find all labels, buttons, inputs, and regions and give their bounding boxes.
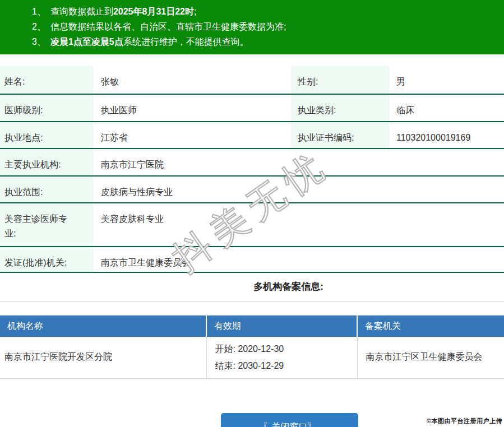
multi-institution-section-title: 多机构备案信息:	[36, 280, 504, 294]
notice-line-3: 3、凌晨1点至凌晨5点系统进行维护，不能提供查询。	[32, 34, 498, 49]
notice-line-bold: 凌晨1点至凌晨5点	[50, 37, 123, 47]
notice-line-text: 系统进行维护，不能提供查询。	[123, 37, 249, 47]
notice-line-number: 3、	[32, 37, 46, 47]
start-label: 开始:	[215, 344, 235, 354]
start-date: 2020-12-30	[238, 344, 284, 354]
field-value-name: 张敏	[93, 66, 291, 94]
field-value-main-institution: 南京市江宁医院	[93, 148, 504, 176]
multi-institution-record-table: 机构名称 有效期 备案机关 南京市江宁医院开发区分院 开始: 2020-12-3…	[0, 315, 504, 379]
notice-line-text: 信息数据结果以各省、自治区、直辖市卫生健康委数据为准;	[50, 22, 286, 31]
field-label-practice-place: 执业地点:	[0, 122, 93, 148]
field-value-practice-place: 江苏省	[93, 122, 291, 148]
field-value-certificate-number: 110320100019169	[389, 122, 504, 148]
field-value-practice-category: 临床	[389, 94, 504, 122]
table-row: 执业地点: 江苏省 执业证书编码: 110320100019169	[0, 122, 504, 148]
copyright-note: ©本图由平台注册用户上传	[427, 417, 502, 425]
notice-line-2: 2、信息数据结果以各省、自治区、直辖市卫生健康委数据为准;	[32, 19, 498, 34]
field-label-main-institution: 主要执业机构:	[0, 148, 93, 176]
table-row: 执业范围: 皮肤病与性病专业	[0, 176, 504, 203]
column-header-validity: 有效期	[206, 315, 357, 337]
table-row: 姓名: 张敏 性别: 男	[0, 66, 504, 94]
end-date: 2030-12-29	[238, 361, 284, 370]
field-label-gender: 性别:	[291, 66, 389, 94]
table-row: 主要执业机构: 南京市江宁医院	[0, 148, 504, 176]
practitioner-info-table: 姓名: 张敏 性别: 男 医师级别: 执业医师 执业类别: 临床 执业地点: 江…	[0, 66, 504, 273]
field-label-certificate-number: 执业证书编码:	[291, 122, 389, 148]
table-row: 南京市江宁医院开发区分院 开始: 2020-12-30 结束: 2030-12-…	[0, 337, 504, 378]
table-row: 发证(批准)机关: 南京市卫生健康委员会	[0, 247, 504, 272]
record-validity-start: 开始: 2020-12-30	[215, 341, 357, 358]
field-value-issuing-authority: 南京市卫生健康委员会	[93, 247, 504, 272]
close-window-button[interactable]: 〖关闭窗口〗	[221, 413, 358, 427]
table-row: 美容主诊医师专业: 美容皮肤科专业	[0, 203, 504, 247]
field-label-practice-category: 执业类别:	[291, 94, 389, 122]
notice-line-number: 1、	[32, 7, 46, 16]
field-value-doctor-level: 执业医师	[93, 94, 291, 122]
notice-line-bold: 2025年8月31日22时	[113, 7, 194, 16]
column-header-record-authority: 备案机关	[357, 315, 504, 337]
notice-line-text: ;	[194, 7, 196, 16]
record-validity-end: 结束: 2030-12-29	[215, 358, 357, 374]
field-value-practice-scope: 皮肤病与性病专业	[93, 176, 504, 203]
table-header-row: 机构名称 有效期 备案机关	[0, 315, 504, 337]
notice-line-1: 1、查询数据截止到2025年8月31日22时;	[32, 4, 498, 19]
notice-line-number: 2、	[32, 22, 46, 31]
table-row: 医师级别: 执业医师 执业类别: 临床	[0, 94, 504, 122]
notice-banner: 1、查询数据截止到2025年8月31日22时; 2、信息数据结果以各省、自治区、…	[0, 0, 504, 54]
field-label-name: 姓名:	[0, 66, 93, 94]
record-authority: 南京市江宁区卫生健康委员会	[357, 337, 504, 378]
field-value-gender: 男	[389, 66, 504, 94]
field-value-cosmetic-specialty: 美容皮肤科专业	[93, 203, 504, 247]
field-label-issuing-authority: 发证(批准)机关:	[0, 247, 93, 272]
record-validity: 开始: 2020-12-30 结束: 2030-12-29	[206, 337, 357, 378]
field-label-doctor-level: 医师级别:	[0, 94, 93, 122]
end-label: 结束:	[215, 361, 235, 370]
notice-line-text: 查询数据截止到	[50, 7, 113, 16]
divider	[0, 301, 504, 302]
record-org-name: 南京市江宁医院开发区分院	[0, 337, 206, 378]
column-header-org-name: 机构名称	[0, 315, 206, 337]
field-label-cosmetic-specialty: 美容主诊医师专业:	[0, 203, 93, 247]
field-label-practice-scope: 执业范围:	[0, 176, 93, 203]
